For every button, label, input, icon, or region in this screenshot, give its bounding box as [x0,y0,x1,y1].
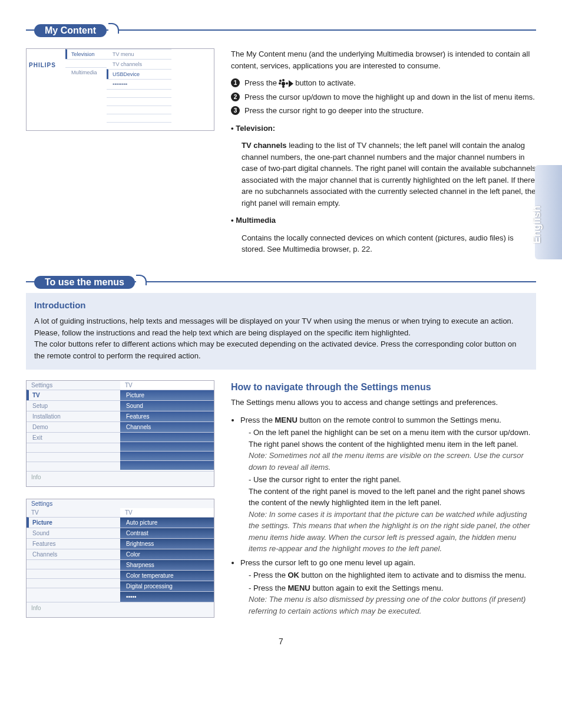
note-text: Note: The menu is also dismissed by pres… [249,595,525,615]
browse-icon [279,80,293,88]
pill-decoration [136,275,147,285]
mock-blank [65,59,107,67]
mock-blank [107,122,171,130]
mock-blank [120,460,214,470]
mock-blank [120,451,214,460]
step-number-icon: 3 [231,106,240,115]
howto-b1-s1: - On the left panel the highlight can be… [249,427,536,473]
pill-decoration [108,23,119,34]
t: Press the [253,584,288,592]
mock1-left-item: Setup [27,400,120,411]
mock2-right-item: Digital processing [120,581,214,591]
mock-item: •••••••• [107,79,171,89]
t: Press the [240,416,275,424]
t: The content of the right panel is moved … [249,487,525,508]
mock-blank [120,442,214,451]
mock2-left-item: Picture [27,517,120,528]
mock1-left-item: TV [27,390,120,400]
note-text: Note: In some cases it is important that… [249,510,530,554]
language-tab-label: English [531,217,543,244]
my-content-menu-mock: PHILIPS Television Multimedia TV menu TV… [26,48,214,131]
t: Press the cursor left to go one menu lev… [240,558,415,567]
mock2-right-item: Color [120,549,214,559]
t: button on the highlighted item to activa… [299,571,526,579]
mock2-left-item: Channels [27,549,120,559]
my-content-intro: The My Content menu (and the underlying … [231,48,536,71]
mock2-right-item: Sharpness [120,559,214,570]
howto-b2-s2: - Press the MENU button again to exit th… [249,582,536,617]
howto-b1-s2: - Use the cursor right to enter the righ… [249,474,536,555]
mock1-left-item: Installation [27,411,120,421]
step-2-text: Press the cursor up/down to move the hig… [244,91,535,103]
mock-blank [107,89,171,97]
howto-b2-s1: - Press the OK button on the highlighted… [249,569,536,581]
t: MENU [275,416,297,424]
mock2-right-header: TV [120,508,214,517]
mock-blank [120,432,214,442]
t: On the left panel the highlight can be s… [253,428,530,437]
howto-b2: Press the cursor left to go one menu lev… [240,557,536,617]
t: MENU [287,584,310,592]
introduction-body-2: The color buttons refer to different act… [34,338,528,361]
mock-blank [107,114,171,122]
mock1-left-item: Exit [27,432,120,443]
television-body: TV channels leading to the list of TV ch… [242,140,536,209]
step-1-text-a: Press the [244,78,279,87]
howto-lead: The Settings menu allows you to access a… [231,397,536,409]
mock2-left-item: Features [27,538,120,549]
howto-b1: Press the MENU button on the remote cont… [240,414,536,555]
step-3-text: Press the cursor right to go deeper into… [244,105,424,117]
mock-blank [27,452,120,462]
brand-logo: PHILIPS [27,49,65,130]
section-title-my-content: My Content [34,24,107,37]
mock-blank [27,578,120,588]
mock-blank [27,569,120,578]
howto-title: How to navigate through the Settings men… [231,380,536,394]
mock-blank [27,462,120,471]
mock1-left-item: Demo [27,421,120,432]
mock1-right-item: Channels [120,421,214,432]
mock-blank [107,97,171,106]
mock2-right-item: Brightness [120,538,214,549]
television-heading: • Television: [231,123,536,134]
mock-blank [27,588,120,597]
mock2-top-label: Settings [27,499,214,508]
step-1-text-b: button to activate. [295,78,356,87]
television-body-lead: TV channels [242,141,287,150]
mock2-left-header: TV [27,508,120,517]
mock-item: USBDevice [107,69,171,79]
mock1-right-item: Picture [120,390,214,400]
settings-mock-1: Settings TV Setup Installation Demo Exit… [26,380,214,487]
t: OK [287,571,299,579]
mock2-right-item: Auto picture [120,517,214,528]
mock2-left-item: Sound [27,528,120,538]
mock2-info: Info [27,602,214,617]
note-text: Note: Sometimes not all the menu items a… [249,451,524,472]
multimedia-heading: • Multimedia [231,215,536,226]
introduction-title: Introduction [34,299,528,312]
mock1-left-header: Settings [27,381,120,390]
t: The right panel shows the content of the… [249,440,518,449]
mock2-right-item: ••••• [120,591,214,602]
section-title-to-use: To use the menus [34,276,135,289]
mock2-right-item: Color temperature [120,570,214,581]
mock-blank [27,443,120,452]
mock2-right-item: Contrast [120,528,214,538]
t: Use the cursor right to enter the right … [253,475,401,484]
introduction-box: Introduction A lot of guiding instructio… [26,293,536,370]
step-3: 3 Press the cursor right to go deeper in… [231,105,536,117]
mock1-right-item: Features [120,411,214,421]
step-2: 2 Press the cursor up/down to move the h… [231,91,536,103]
introduction-body-1: A lot of guiding instructions, help text… [34,315,528,338]
page-number: 7 [26,637,536,646]
mock-item: Multimedia [65,67,107,77]
mock-item: TV channels [107,59,171,69]
mock1-info: Info [27,471,214,486]
settings-mock-2: Settings TV Picture Sound Features Chann… [26,499,214,618]
mock-item: Television [65,49,107,59]
t: Press the [253,571,288,579]
language-tab: English [535,165,562,259]
multimedia-body: Contains the locally connected devices o… [242,232,536,255]
mock-blank [27,559,120,569]
mock-blank [107,106,171,114]
